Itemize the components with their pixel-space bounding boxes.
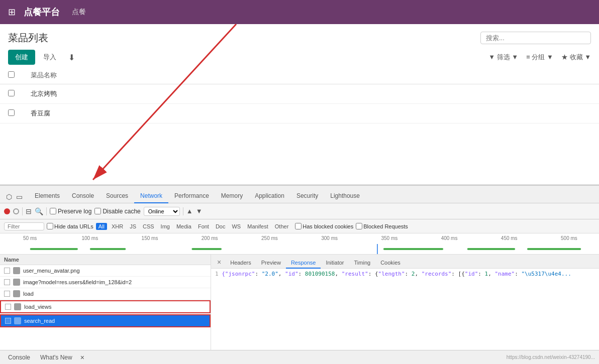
app-title: 点餐平台 xyxy=(24,6,60,18)
item-checkbox-5 xyxy=(5,318,11,324)
net-item-load-views[interactable]: load_views xyxy=(0,300,211,313)
close-bottom-tab[interactable]: × xyxy=(78,352,86,362)
table-row: 香豆腐 xyxy=(0,104,599,124)
filter-tag-doc[interactable]: Doc xyxy=(214,223,228,230)
disable-cache-label[interactable]: Disable cache xyxy=(94,208,140,215)
filter-button[interactable]: ▼ 筛选 ▼ xyxy=(488,53,518,62)
item-icon-5 xyxy=(14,317,21,324)
grid-icon[interactable]: ⊞ xyxy=(8,7,16,18)
row-checkbox-cell xyxy=(0,84,23,104)
favorite-button[interactable]: ★ 收藏 ▼ xyxy=(561,53,591,62)
timeline-label-100: 100 ms xyxy=(60,235,120,241)
net-item-load[interactable]: load xyxy=(0,288,211,300)
devtools-icons: ⬡ ▭ xyxy=(4,191,25,203)
net-item-image[interactable]: image?model=res.users&field=im_128&id=2 xyxy=(0,277,211,288)
item-name-4: load_views xyxy=(24,304,51,310)
download-icon[interactable]: ▼ xyxy=(196,207,203,215)
filter-input[interactable] xyxy=(4,222,44,230)
net-item-avatar[interactable]: user_menu_avatar.png xyxy=(0,265,211,277)
network-toolbar: ⊟ 🔍 Preserve log Disable cache Online Of… xyxy=(0,203,599,219)
tab-sources[interactable]: Sources xyxy=(100,189,134,203)
filter-tag-xhr[interactable]: XHR xyxy=(110,223,125,230)
timeline: 50 ms 100 ms 150 ms 200 ms 250 ms 300 ms… xyxy=(0,233,599,255)
svg-rect-3 xyxy=(30,248,78,250)
filter-tag-media[interactable]: Media xyxy=(174,223,193,230)
timeline-label-300: 300 ms xyxy=(300,235,359,241)
filter-tag-css[interactable]: CSS xyxy=(141,223,156,230)
name-column-header: Name xyxy=(4,257,19,263)
tab-security[interactable]: Security xyxy=(290,189,324,203)
has-blocked-cookies-checkbox[interactable] xyxy=(295,223,302,229)
filter-tag-ws[interactable]: WS xyxy=(230,223,243,230)
filter-row: Hide data URLs All XHR JS CSS Img Media … xyxy=(0,219,599,233)
record-button[interactable] xyxy=(4,208,10,214)
filter-tag-manifest[interactable]: Manifest xyxy=(245,223,270,230)
search-input[interactable] xyxy=(480,32,591,44)
tab-cookies[interactable]: Cookies xyxy=(375,258,406,269)
svg-rect-8 xyxy=(527,248,581,250)
create-button[interactable]: 创建 xyxy=(8,50,35,65)
response-tabs: × Headers Preview Response Initiator Tim… xyxy=(211,255,599,269)
tab-network[interactable]: Network xyxy=(134,189,168,203)
tab-initiator[interactable]: Initiator xyxy=(321,258,349,269)
select-all-checkbox[interactable] xyxy=(8,71,15,78)
row-checkbox-2[interactable] xyxy=(8,109,15,116)
has-blocked-cookies-label[interactable]: Has blocked cookies xyxy=(295,223,353,229)
filter-tag-font[interactable]: Font xyxy=(196,223,211,230)
preserve-log-label[interactable]: Preserve log xyxy=(50,208,91,215)
tab-elements[interactable]: Elements xyxy=(29,189,66,203)
item-name-2: image?model=res.users&field=im_128&id=2 xyxy=(23,279,132,285)
group-button[interactable]: ≡ 分组 ▼ xyxy=(526,53,553,62)
upload-icon[interactable]: ▲ xyxy=(186,207,193,215)
filter-tag-js[interactable]: JS xyxy=(128,223,138,230)
tab-headers[interactable]: Headers xyxy=(225,258,256,269)
tab-timing[interactable]: Timing xyxy=(349,258,376,269)
app-subtitle: 点餐 xyxy=(72,8,86,17)
tab-performance[interactable]: Performance xyxy=(168,189,215,203)
import-button[interactable]: 导入 xyxy=(39,51,60,64)
tab-console[interactable]: Console xyxy=(66,189,100,203)
response-content: 1 {"jsonrpc": "2.0", "id": 801090158, "r… xyxy=(211,269,599,352)
download-button[interactable]: ⬇ xyxy=(64,51,79,64)
device-icon[interactable]: ▭ xyxy=(14,191,25,203)
net-item-search-read[interactable]: search_read xyxy=(0,314,211,327)
blocked-requests-label[interactable]: Blocked Requests xyxy=(356,223,408,229)
filter-tag-all[interactable]: All xyxy=(96,223,107,230)
search-icon[interactable]: 🔍 xyxy=(35,207,43,215)
preserve-log-checkbox[interactable] xyxy=(50,208,56,214)
timeline-label-450: 450 ms xyxy=(479,235,539,241)
svg-rect-6 xyxy=(383,248,443,250)
stop-button[interactable] xyxy=(13,208,19,214)
console-tab[interactable]: Console xyxy=(4,352,34,363)
blocked-requests-checkbox[interactable] xyxy=(356,223,362,229)
tab-memory[interactable]: Memory xyxy=(215,189,249,203)
filter-tag-other[interactable]: Other xyxy=(273,223,291,230)
hide-data-urls-checkbox[interactable] xyxy=(47,223,53,229)
online-select[interactable]: Online Offline Slow 3G Fast 3G xyxy=(144,207,180,216)
toolbar: 创建 导入 ⬇ ▼ 筛选 ▼ ≡ 分组 ▼ ★ 收藏 ▼ xyxy=(0,48,599,67)
timeline-bars xyxy=(0,244,599,254)
close-panel-button[interactable]: × xyxy=(215,256,223,268)
row-name-1: 北京烤鸭 xyxy=(23,84,599,104)
tab-application[interactable]: Application xyxy=(249,189,290,203)
filter-icon[interactable]: ⊟ xyxy=(26,207,32,215)
filter-tag-img[interactable]: Img xyxy=(159,223,172,230)
tab-response[interactable]: Response xyxy=(286,258,321,269)
tab-lighthouse[interactable]: Lighthouse xyxy=(324,189,366,203)
network-list: Name user_menu_avatar.png image?model=re… xyxy=(0,255,211,352)
timeline-label-200: 200 ms xyxy=(180,235,240,241)
whats-new-tab[interactable]: What's New xyxy=(36,352,76,363)
tab-preview[interactable]: Preview xyxy=(256,258,286,269)
toolbar-separator-3 xyxy=(183,207,183,215)
header-checkbox xyxy=(0,67,23,84)
row-checkbox-1[interactable] xyxy=(8,90,15,96)
devtools-panel: ⬡ ▭ Elements Console Sources Network Per… xyxy=(0,185,599,364)
item-icon-3 xyxy=(13,290,20,297)
table-row: 北京烤鸭 xyxy=(0,84,599,104)
disable-cache-checkbox[interactable] xyxy=(94,208,101,214)
hide-data-urls-label[interactable]: Hide data URLs xyxy=(47,223,93,229)
column-name-header: 菜品名称 xyxy=(23,67,599,84)
table-header-row: 菜品名称 xyxy=(0,67,599,84)
inspect-icon[interactable]: ⬡ xyxy=(4,191,14,203)
svg-rect-5 xyxy=(191,248,222,250)
